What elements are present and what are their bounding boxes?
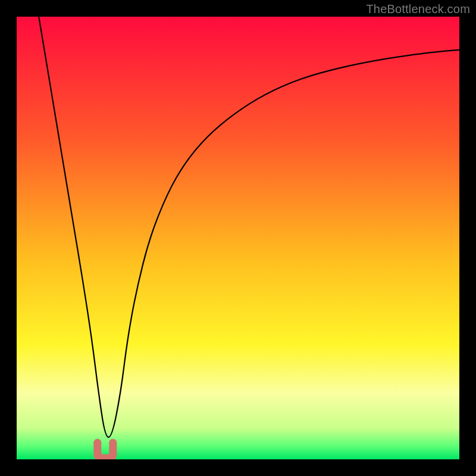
chart-frame <box>17 17 459 459</box>
gradient-background <box>17 17 459 459</box>
bottleneck-chart <box>17 17 459 459</box>
watermark-text: TheBottleneck.com <box>366 2 470 16</box>
